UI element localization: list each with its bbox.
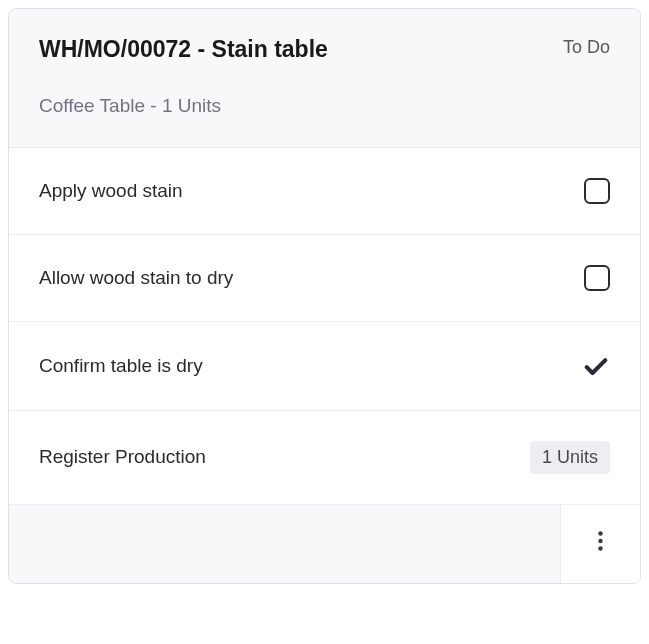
header-top-row: WH/MO/00072 - Stain table To Do [39,35,610,65]
check-icon[interactable] [582,352,610,380]
task-label: Apply wood stain [39,180,183,202]
work-order-subtitle: Coffee Table - 1 Units [39,95,610,117]
svg-point-1 [598,539,602,543]
card-footer [9,505,640,583]
task-checkbox[interactable] [584,178,610,204]
work-order-status: To Do [563,37,610,58]
task-row[interactable]: Allow wood stain to dry [9,235,640,322]
more-options-button[interactable] [560,505,640,583]
work-order-title: WH/MO/00072 - Stain table [39,35,328,65]
svg-point-0 [598,531,602,535]
task-checkbox[interactable] [584,265,610,291]
register-production-row[interactable]: Register Production 1 Units [9,411,640,505]
task-label: Allow wood stain to dry [39,267,233,289]
task-row[interactable]: Confirm table is dry [9,322,640,411]
card-header: WH/MO/00072 - Stain table To Do Coffee T… [9,9,640,148]
work-order-card: WH/MO/00072 - Stain table To Do Coffee T… [8,8,641,584]
vertical-dots-icon [598,531,603,557]
svg-point-2 [598,546,602,550]
units-badge[interactable]: 1 Units [530,441,610,474]
register-production-label: Register Production [39,446,206,468]
task-label: Confirm table is dry [39,355,203,377]
task-row[interactable]: Apply wood stain [9,148,640,235]
